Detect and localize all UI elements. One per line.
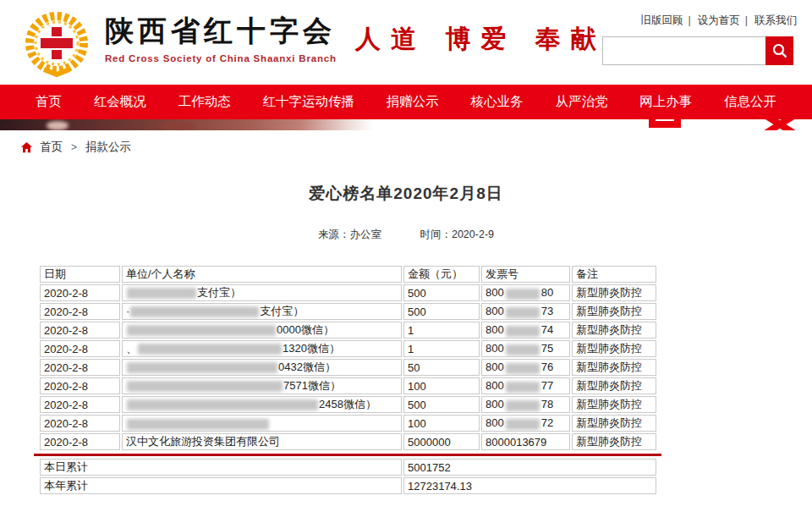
cell-name bbox=[122, 415, 402, 432]
time-label: 时间：2020-2-9 bbox=[420, 228, 494, 240]
cell-name: 汉中文化旅游投资集团有限公司 bbox=[122, 433, 402, 450]
cell-amount: 1 bbox=[403, 340, 480, 357]
search-button[interactable] bbox=[765, 36, 793, 65]
search-input[interactable] bbox=[602, 36, 765, 65]
link-separator: | bbox=[689, 14, 691, 26]
table-header-row: 日期单位/个人名称金额（元）发票号备注 bbox=[40, 266, 656, 283]
donation-table: 日期单位/个人名称金额（元）发票号备注 2020-2-8支付宝）50080080… bbox=[38, 264, 658, 452]
table-row: 2020-2-810080072新型肺炎防控 bbox=[40, 415, 656, 432]
cell-amount: 1 bbox=[403, 322, 480, 339]
nav-item-8[interactable]: 信息公开 bbox=[724, 93, 776, 111]
cell-name: 支付宝） bbox=[122, 284, 402, 301]
breadcrumb-separator: > bbox=[71, 141, 77, 153]
source-label: 来源：办公室 bbox=[318, 228, 381, 240]
article-meta: 来源：办公室 时间：2020-2-9 bbox=[34, 228, 778, 242]
nav-item-6[interactable]: 从严治党 bbox=[555, 93, 607, 111]
redacted-invoice bbox=[506, 307, 540, 318]
cell-date: 2020-2-8 bbox=[40, 415, 120, 432]
summary-table: 本日累计 5001752 本年累计 12723174.13 bbox=[38, 457, 658, 496]
slogan-text: 人道 博爱 奉献 bbox=[355, 22, 606, 57]
breadcrumb-home-link[interactable]: 首页 bbox=[40, 140, 63, 155]
cell-date: 2020-2-8 bbox=[40, 284, 120, 301]
summary-row-year: 本年累计 12723174.13 bbox=[40, 477, 656, 494]
cell-amount: 500 bbox=[403, 396, 480, 413]
cell-name: ·支付宝） bbox=[122, 303, 402, 320]
cell-invoice: 80080 bbox=[481, 284, 570, 301]
banner-photo-blob bbox=[161, 122, 195, 130]
summary-row-day: 本日累计 5001752 bbox=[40, 459, 656, 476]
cell-name: 、1320微信） bbox=[122, 340, 402, 357]
redacted-name bbox=[127, 381, 283, 392]
cell-note: 新型肺炎防控 bbox=[572, 284, 656, 301]
banner-photo-blob bbox=[47, 121, 69, 130]
cell-note: 新型肺炎防控 bbox=[572, 415, 656, 432]
nav-item-5[interactable]: 核心业务 bbox=[471, 93, 524, 111]
top-link-2[interactable]: 联系我们 bbox=[754, 14, 797, 26]
banner-red-glyph-fragment bbox=[649, 119, 681, 128]
table-row: 2020-2-8汉中文化旅游投资集团有限公司50000008000013679新… bbox=[40, 433, 656, 450]
nav-item-0[interactable]: 首页 bbox=[36, 93, 62, 111]
article: 爱心榜名单2020年2月8日 来源：办公室 时间：2020-2-9 日期单位/个… bbox=[0, 183, 812, 496]
cell-date: 2020-2-8 bbox=[40, 340, 120, 357]
nav-item-1[interactable]: 红会概况 bbox=[94, 93, 146, 111]
col-header-0: 日期 bbox=[40, 266, 120, 283]
cell-amount: 500 bbox=[403, 284, 480, 301]
redacted-invoice bbox=[506, 289, 540, 300]
cell-name: 0000微信） bbox=[122, 322, 402, 339]
summary-value: 12723174.13 bbox=[403, 477, 656, 494]
col-header-2: 金额（元） bbox=[403, 266, 480, 283]
cell-amount: 100 bbox=[403, 415, 480, 432]
cell-amount: 50 bbox=[403, 359, 480, 376]
nav-item-4[interactable]: 捐赠公示 bbox=[387, 93, 439, 111]
header-right: 旧版回顾|设为首页|联系我们 bbox=[602, 14, 797, 65]
cell-date: 2020-2-8 bbox=[40, 377, 120, 394]
cell-invoice: 8000013679 bbox=[481, 433, 570, 450]
cell-date: 2020-2-8 bbox=[40, 359, 120, 376]
cell-name: 7571微信） bbox=[122, 377, 402, 394]
cell-note: 新型肺炎防控 bbox=[572, 359, 656, 376]
top-link-1[interactable]: 设为首页 bbox=[698, 14, 740, 26]
breadcrumb-current[interactable]: 捐款公示 bbox=[85, 140, 131, 155]
redacted-name bbox=[127, 325, 276, 336]
search-icon bbox=[771, 42, 788, 59]
table-row: 2020-2-8支付宝）50080080新型肺炎防控 bbox=[40, 284, 656, 301]
site-title: 陕西省红十字会 bbox=[105, 12, 337, 51]
redacted-name bbox=[127, 288, 196, 299]
cell-date: 2020-2-8 bbox=[40, 322, 120, 339]
main-nav: 首页红会概况工作动态红十字运动传播捐赠公示核心业务从严治党网上办事信息公开 bbox=[0, 85, 812, 119]
redacted-name bbox=[127, 419, 269, 430]
banner-image-strip bbox=[0, 119, 812, 130]
redacted-invoice bbox=[506, 363, 540, 374]
nav-item-3[interactable]: 红十字运动传播 bbox=[262, 93, 354, 111]
breadcrumb: 首页 > 捐款公示 bbox=[0, 130, 812, 164]
cell-invoice: 80076 bbox=[481, 359, 570, 376]
cell-note: 新型肺炎防控 bbox=[572, 340, 656, 357]
nav-item-2[interactable]: 工作动态 bbox=[178, 93, 231, 111]
redacted-invoice bbox=[506, 344, 540, 355]
redacted-name bbox=[127, 399, 318, 410]
summary-label: 本日累计 bbox=[40, 459, 402, 476]
col-header-1: 单位/个人名称 bbox=[122, 266, 402, 283]
cell-note: 新型肺炎防控 bbox=[572, 322, 656, 339]
article-head: 爱心榜名单2020年2月8日 来源：办公室 时间：2020-2-9 bbox=[34, 183, 778, 242]
nav-item-7[interactable]: 网上办事 bbox=[639, 93, 692, 111]
top-links: 旧版回顾|设为首页|联系我们 bbox=[602, 14, 797, 28]
donation-table-wrap: 日期单位/个人名称金额（元）发票号备注 2020-2-8支付宝）50080080… bbox=[38, 264, 812, 496]
cell-note: 新型肺炎防控 bbox=[572, 377, 656, 394]
cell-amount: 5000000 bbox=[403, 433, 480, 450]
red-divider-line bbox=[34, 454, 661, 456]
summary-value: 5001752 bbox=[403, 459, 656, 476]
top-link-0[interactable]: 旧版回顾 bbox=[641, 14, 683, 26]
cell-note: 新型肺炎防控 bbox=[572, 303, 656, 320]
table-row: 2020-2-87571微信）10080077新型肺炎防控 bbox=[40, 377, 656, 394]
redacted-invoice bbox=[506, 382, 540, 393]
redacted-invoice bbox=[506, 400, 540, 411]
summary-label: 本年累计 bbox=[40, 477, 402, 494]
redacted-name bbox=[130, 306, 259, 317]
cell-date: 2020-2-8 bbox=[40, 396, 120, 413]
site-title-english: Red Cross Society of China Shaanxi Branc… bbox=[105, 53, 337, 63]
red-cross-logo bbox=[19, 5, 95, 81]
table-row: 2020-2-82458微信）50080078新型肺炎防控 bbox=[40, 396, 656, 413]
redacted-name bbox=[127, 362, 277, 373]
table-row: 2020-2-8、1320微信）180075新型肺炎防控 bbox=[40, 340, 656, 357]
